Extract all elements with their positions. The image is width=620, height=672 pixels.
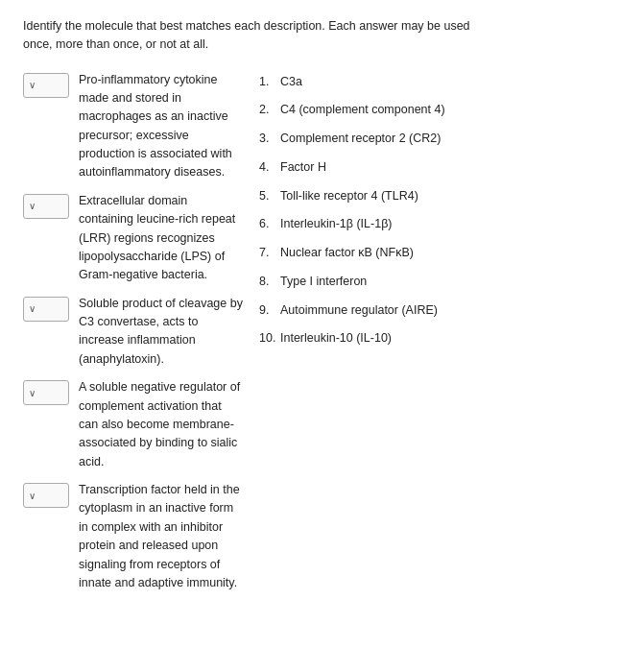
answer-text-8: Type I interferon	[280, 273, 367, 291]
chevron-down-icon: ∨	[29, 491, 36, 501]
page-wrapper: Identify the molecule that best matches …	[23, 17, 597, 602]
answer-text-10: Interleukin-10 (IL-10)	[280, 329, 392, 348]
answer-num-10: 10.	[259, 329, 280, 348]
question-row-5: ∨Transcription factor held in the cytopl…	[23, 481, 244, 592]
answer-num-5: 5.	[259, 187, 280, 205]
answer-list: 1.C3a2.C4 (complement component 4)3.Comp…	[259, 73, 597, 348]
answer-num-8: 8.	[259, 273, 280, 291]
answer-text-5: Toll-like receptor 4 (TLR4)	[280, 187, 418, 205]
answer-item-10: 10.Interleukin-10 (IL-10)	[259, 329, 597, 348]
chevron-down-icon: ∨	[29, 201, 36, 211]
chevron-down-icon: ∨	[29, 303, 36, 314]
question-text-4: A soluble negative regulator of compleme…	[79, 378, 244, 471]
answer-item-1: 1.C3a	[259, 73, 597, 91]
main-layout: ∨Pro-inflammatory cytokine made and stor…	[23, 71, 597, 603]
answers-column: 1.C3a2.C4 (complement component 4)3.Comp…	[244, 71, 597, 603]
answer-item-7: 7.Nuclear factor κB (NFκB)	[259, 244, 597, 262]
answer-text-1: C3a	[280, 73, 302, 91]
dropdown-2[interactable]: ∨	[23, 194, 69, 219]
answer-text-9: Autoimmune regulator (AIRE)	[280, 301, 438, 320]
answer-text-2: C4 (complement component 4)	[280, 101, 445, 119]
question-row-2: ∨Extracellular domain containing leucine…	[23, 192, 244, 285]
answer-text-3: Complement receptor 2 (CR2)	[280, 130, 441, 148]
answer-num-7: 7.	[259, 244, 280, 262]
answer-num-6: 6.	[259, 215, 280, 233]
question-text-1: Pro-inflammatory cytokine made and store…	[79, 71, 244, 182]
question-row-3: ∨Soluble product of cleavage by C3 conve…	[23, 295, 244, 370]
answer-num-2: 2.	[259, 101, 280, 119]
questions-column: ∨Pro-inflammatory cytokine made and stor…	[23, 71, 244, 603]
answer-item-2: 2.C4 (complement component 4)	[259, 101, 597, 119]
answer-num-1: 1.	[259, 73, 280, 91]
answer-item-6: 6.Interleukin-1β (IL-1β)	[259, 215, 597, 233]
chevron-down-icon: ∨	[29, 388, 36, 398]
dropdown-3[interactable]: ∨	[23, 297, 69, 322]
answer-text-7: Nuclear factor κB (NFκB)	[280, 244, 414, 262]
answer-num-3: 3.	[259, 130, 280, 148]
question-text-3: Soluble product of cleavage by C3 conver…	[79, 295, 244, 370]
answer-item-4: 4.Factor H	[259, 158, 597, 177]
dropdown-4[interactable]: ∨	[23, 380, 69, 405]
answer-text-6: Interleukin-1β (IL-1β)	[280, 215, 393, 233]
instructions: Identify the molecule that best matches …	[23, 17, 597, 54]
question-row-4: ∨A soluble negative regulator of complem…	[23, 378, 244, 471]
dropdown-1[interactable]: ∨	[23, 73, 69, 98]
question-row-1: ∨Pro-inflammatory cytokine made and stor…	[23, 71, 244, 182]
answer-num-4: 4.	[259, 158, 280, 177]
answer-item-3: 3.Complement receptor 2 (CR2)	[259, 130, 597, 148]
chevron-down-icon: ∨	[29, 80, 36, 90]
answer-item-8: 8.Type I interferon	[259, 273, 597, 291]
answer-num-9: 9.	[259, 301, 280, 320]
dropdown-5[interactable]: ∨	[23, 483, 69, 508]
answer-item-5: 5.Toll-like receptor 4 (TLR4)	[259, 187, 597, 205]
answer-text-4: Factor H	[280, 158, 326, 177]
answer-item-9: 9.Autoimmune regulator (AIRE)	[259, 301, 597, 320]
question-text-2: Extracellular domain containing leucine-…	[79, 192, 244, 285]
question-text-5: Transcription factor held in the cytopla…	[79, 481, 244, 592]
